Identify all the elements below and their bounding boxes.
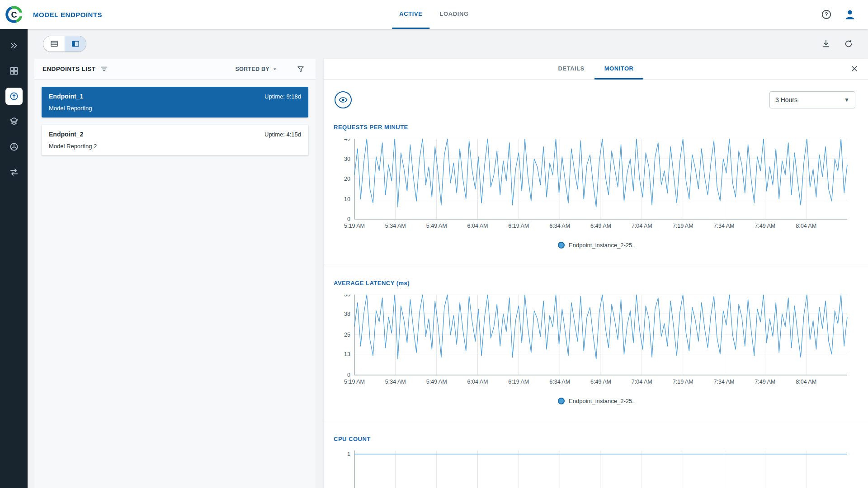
svg-text:6:49 AM: 6:49 AM [590,223,611,229]
svg-text:6:04 AM: 6:04 AM [467,379,488,385]
svg-text:5:49 AM: 5:49 AM [426,379,447,385]
endpoint-card-2[interactable]: Endpoint_2 Uptime: 4:15d Model Reporting… [42,125,308,155]
svg-text:8:04 AM: 8:04 AM [796,379,816,385]
svg-text:7:49 AM: 7:49 AM [755,223,775,229]
sidebar-item-amps[interactable] [5,138,23,155]
latency-chart: 5:19 AM5:34 AM5:49 AM6:04 AM6:19 AM6:34 … [334,295,868,389]
split-view-icon [71,39,80,48]
svg-text:1: 1 [347,451,350,457]
tab-active[interactable]: ACTIVE [392,0,429,29]
endpoint-subtitle: Model Reporting [49,105,301,112]
endpoints-panel: ENDPOINTS LIST SORTED BY [34,59,316,488]
chart-legend: Endpoint_instance_2-25. [324,242,868,249]
filter-button[interactable] [297,65,305,73]
caret-down-icon: ▼ [844,97,849,103]
sorted-by-label: SORTED BY [235,66,269,72]
sort-button[interactable] [100,65,108,73]
download-button[interactable] [821,39,831,49]
help-icon: ? [821,9,832,20]
auto-refresh-button[interactable] [844,39,854,49]
endpoint-card-1[interactable]: Endpoint_1 Uptime: 9:18d Model Reporting [42,87,308,117]
avatar-icon [844,8,856,21]
split-view-button[interactable] [65,36,86,52]
svg-text:20: 20 [344,176,350,182]
sidebar-item-workbench[interactable] [5,37,23,54]
chart-title-requests: REQUESTS PER MINUTE [334,124,868,131]
svg-text:7:19 AM: 7:19 AM [673,379,693,385]
svg-text:6:04 AM: 6:04 AM [467,223,488,229]
header-tabs: ACTIVE LOADING [392,0,476,29]
chart-title-cpu: CPU COUNT [334,436,868,442]
svg-text:8:04 AM: 8:04 AM [796,223,816,229]
endpoint-uptime: Uptime: 4:15d [264,131,301,138]
tab-loading[interactable]: LOADING [433,0,476,29]
monitor-controls: 3 Hours ▼ [324,91,868,108]
requests-chart: 5:19 AM5:34 AM5:49 AM6:04 AM6:19 AM6:34 … [334,139,868,234]
svg-text:6:34 AM: 6:34 AM [549,223,570,229]
svg-text:25: 25 [344,332,350,338]
endpoint-uptime: Uptime: 9:18d [264,93,301,100]
sidebar [0,29,28,488]
tab-details[interactable]: DETAILS [548,59,594,80]
legend-label: Endpoint_instance_2-25. [569,398,634,404]
svg-text:50: 50 [344,295,350,298]
toolbar [28,29,868,59]
svg-text:10: 10 [344,196,350,202]
help-button[interactable]: ? [821,9,832,20]
svg-text:5:19 AM: 5:19 AM [344,379,365,385]
sidebar-item-datasets[interactable] [5,113,23,130]
monitor-panel-header: DETAILS MONITOR [324,59,868,80]
line-chart: 1 [334,450,854,488]
svg-text:7:34 AM: 7:34 AM [714,223,735,229]
svg-text:5:49 AM: 5:49 AM [426,223,447,229]
svg-text:5:34 AM: 5:34 AM [385,379,406,385]
sidebar-item-runtimes[interactable] [5,164,23,181]
sort-icon [100,65,108,73]
grid-icon [9,66,19,76]
double-chevron-icon [9,41,19,51]
preview-button[interactable] [335,91,352,108]
user-menu-button[interactable] [844,8,856,21]
line-chart: 5:19 AM5:34 AM5:49 AM6:04 AM6:19 AM6:34 … [334,295,854,388]
app-logo[interactable]: C [0,5,28,23]
close-icon [850,64,859,73]
download-icon [821,39,831,49]
svg-text:30: 30 [344,156,350,162]
svg-text:7:49 AM: 7:49 AM [755,379,775,385]
svg-text:6:19 AM: 6:19 AM [508,379,529,385]
sidebar-item-model-endpoints[interactable] [5,88,23,105]
monitor-panel: DETAILS MONITOR [324,59,868,488]
tab-monitor[interactable]: MONITOR [594,59,644,80]
svg-text:7:04 AM: 7:04 AM [632,223,652,229]
svg-text:5:19 AM: 5:19 AM [344,223,365,229]
model-deploy-icon [9,91,19,101]
exchange-arrows-icon [9,167,19,177]
svg-text:0: 0 [347,216,350,222]
line-chart: 5:19 AM5:34 AM5:49 AM6:04 AM6:19 AM6:34 … [334,139,854,232]
layers-icon [9,117,19,127]
svg-text:?: ? [825,11,828,18]
section-divider [324,420,868,420]
endpoint-subtitle: Model Reporting 2 [49,143,301,150]
main-area: ENDPOINTS LIST SORTED BY [28,29,868,488]
svg-text:6:34 AM: 6:34 AM [549,379,570,385]
svg-text:38: 38 [344,311,350,317]
legend-label: Endpoint_instance_2-25. [569,242,634,249]
endpoints-list-title: ENDPOINTS LIST [42,66,95,72]
svg-text:7:34 AM: 7:34 AM [714,379,735,385]
time-range-select[interactable]: 3 Hours ▼ [769,91,855,108]
svg-text:6:19 AM: 6:19 AM [508,223,529,229]
cpu-chart: 1 [334,450,868,488]
svg-text:13: 13 [344,351,350,357]
content-row: ENDPOINTS LIST SORTED BY [28,59,868,488]
svg-text:7:19 AM: 7:19 AM [673,223,693,229]
svg-text:6:49 AM: 6:49 AM [590,379,611,385]
sidebar-item-jobs[interactable] [5,62,23,80]
svg-text:0: 0 [347,372,350,378]
sorted-by-dropdown[interactable]: SORTED BY [235,66,278,72]
close-panel-button[interactable] [850,64,859,73]
view-toggle-group [43,36,86,52]
table-view-button[interactable] [43,36,65,52]
app-header: C MODEL ENDPOINTS ACTIVE LOADING ? [0,0,868,29]
svg-text:40: 40 [344,139,350,142]
